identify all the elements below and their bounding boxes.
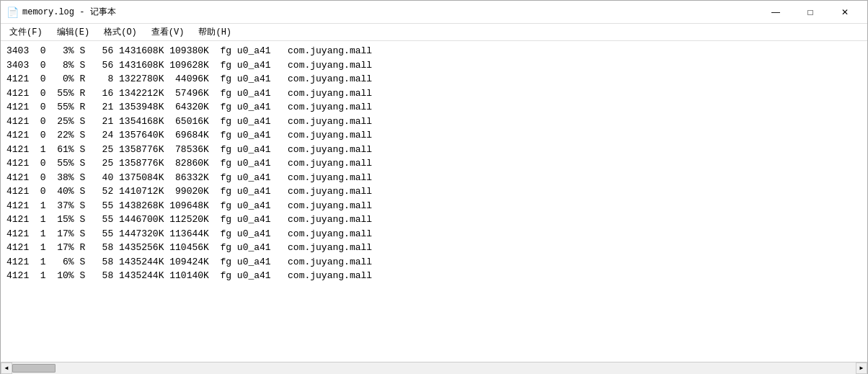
horizontal-scrollbar[interactable]: ◀ ▶ — [1, 362, 867, 373]
menu-bar: 文件(F) 编辑(E) 格式(O) 查看(V) 帮助(H) — [1, 24, 867, 41]
maximize-button[interactable]: □ — [794, 4, 827, 21]
title-bar: 📄 memory.log - 记事本 — □ ✕ — [1, 1, 867, 24]
log-line: 4121 0 55% R 21 1353948K 64320K fg u0_a4… — [6, 100, 862, 115]
log-line: 4121 1 61% S 25 1358776K 78536K fg u0_a4… — [6, 143, 862, 157]
log-line: 4121 1 6% S 58 1435244K 109424K fg u0_a4… — [6, 255, 862, 270]
menu-file[interactable]: 文件(F) — [4, 25, 48, 40]
log-line: 4121 0 40% S 52 1410712K 99020K fg u0_a4… — [6, 184, 862, 199]
menu-edit[interactable]: 编辑(E) — [51, 25, 96, 40]
log-line: 4121 0 0% R 8 1322780K 44096K fg u0_a41 … — [6, 72, 862, 86]
app-icon: 📄 — [6, 6, 18, 18]
log-line: 4121 1 15% S 55 1446700K 112520K fg u0_a… — [6, 213, 862, 227]
log-line: 4121 0 25% S 21 1354168K 65016K fg u0_a4… — [6, 115, 862, 129]
log-content: 3403 0 3% S 56 1431608K 109380K fg u0_a4… — [6, 44, 862, 283]
content-area[interactable]: 3403 0 3% S 56 1431608K 109380K fg u0_a4… — [1, 41, 867, 362]
log-line: 4121 0 55% S 25 1358776K 82860K fg u0_a4… — [6, 156, 862, 171]
menu-format[interactable]: 格式(O) — [98, 25, 143, 40]
scrollbar-track[interactable] — [12, 362, 856, 374]
notepad-window: 📄 memory.log - 记事本 — □ ✕ 文件(F) 编辑(E) 格式(… — [0, 0, 868, 374]
scroll-left-button[interactable]: ◀ — [1, 362, 12, 374]
log-line: 4121 1 37% S 55 1438268K 109648K fg u0_a… — [6, 199, 862, 213]
title-bar-left: 📄 memory.log - 记事本 — [6, 6, 116, 18]
menu-view[interactable]: 查看(V) — [146, 25, 190, 40]
close-button[interactable]: ✕ — [828, 4, 862, 21]
log-line: 4121 0 22% S 24 1357640K 69684K fg u0_a4… — [6, 128, 862, 143]
log-line: 3403 0 8% S 56 1431608K 109628K fg u0_a4… — [6, 58, 862, 73]
log-line: 4121 1 10% S 58 1435244K 110140K fg u0_a… — [6, 269, 862, 283]
log-line: 4121 0 38% S 40 1375084K 86332K fg u0_a4… — [6, 171, 862, 185]
log-line: 4121 0 55% R 16 1342212K 57496K fg u0_a4… — [6, 86, 862, 101]
log-line: 4121 1 17% S 55 1447320K 113644K fg u0_a… — [6, 227, 862, 241]
scroll-right-button[interactable]: ▶ — [856, 362, 867, 374]
menu-help[interactable]: 帮助(H) — [192, 25, 237, 40]
title-bar-controls: — □ ✕ — [759, 4, 862, 21]
scrollbar-thumb[interactable] — [12, 364, 56, 373]
log-line: 4121 1 17% R 58 1435256K 110456K fg u0_a… — [6, 241, 862, 255]
minimize-button[interactable]: — — [759, 4, 792, 21]
window-title: memory.log - 记事本 — [22, 6, 116, 18]
log-line: 3403 0 3% S 56 1431608K 109380K fg u0_a4… — [6, 44, 862, 58]
